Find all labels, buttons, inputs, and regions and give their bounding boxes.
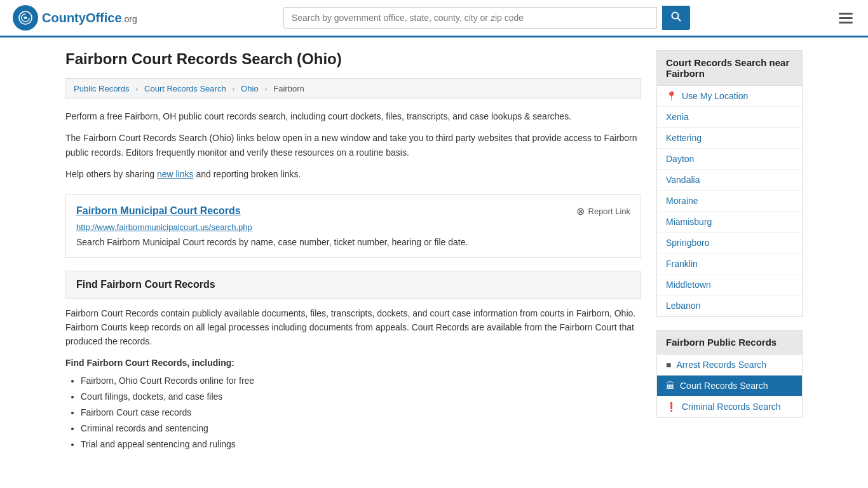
breadcrumb-ohio[interactable]: Ohio bbox=[241, 84, 258, 93]
search-area bbox=[283, 6, 690, 30]
record-link-header: Fairborn Municipal Court Records ⊗ Repor… bbox=[76, 205, 630, 217]
sidebar-court-records-box: Court Records Search near Fairborn 📍 Use… bbox=[656, 50, 803, 317]
section-title: Find Fairborn Court Records bbox=[76, 279, 630, 290]
sidebar-item-springboro[interactable]: Springboro bbox=[657, 233, 802, 254]
menu-line bbox=[839, 13, 853, 15]
kettering-link[interactable]: Kettering bbox=[666, 133, 702, 143]
bullet-item: Criminal records and sentencing bbox=[81, 421, 641, 437]
sidebar-item-moraine[interactable]: Moraine bbox=[657, 191, 802, 212]
breadcrumb-fairborn: Fairborn bbox=[273, 84, 304, 93]
sidebar: Court Records Search near Fairborn 📍 Use… bbox=[656, 50, 803, 453]
lebanon-link[interactable]: Lebanon bbox=[666, 301, 701, 311]
svg-line-2 bbox=[677, 18, 681, 22]
breadcrumb-sep: › bbox=[135, 84, 138, 93]
bullet-item: Fairborn, Ohio Court Records online for … bbox=[81, 373, 641, 389]
sidebar-arrest-records[interactable]: ■ Arrest Records Search bbox=[657, 355, 802, 376]
criminal-icon: ❗ bbox=[666, 402, 677, 412]
bullet-item: Court filings, dockets, and case files bbox=[81, 389, 641, 405]
logo-icon bbox=[13, 5, 38, 30]
sidebar-item-vandalia[interactable]: Vandalia bbox=[657, 170, 802, 191]
report-link-button[interactable]: ⊗ Report Link bbox=[576, 205, 630, 217]
sidebar-item-middletown[interactable]: Middletown bbox=[657, 274, 802, 295]
site-header: CountyOffice.org bbox=[0, 0, 868, 37]
bullet-item: Fairborn Court case records bbox=[81, 405, 641, 421]
sidebar-use-location[interactable]: 📍 Use My Location bbox=[657, 86, 802, 107]
moraine-link[interactable]: Moraine bbox=[666, 196, 698, 206]
sidebar-item-kettering[interactable]: Kettering bbox=[657, 128, 802, 149]
sidebar-criminal-records[interactable]: ❗ Criminal Records Search bbox=[657, 396, 802, 417]
location-pin-icon: 📍 bbox=[666, 91, 677, 101]
bullet-list: Fairborn, Ohio Court Records online for … bbox=[81, 373, 641, 453]
intro-text-1: Perform a free Fairborn, OH public court… bbox=[65, 109, 641, 123]
search-input[interactable] bbox=[283, 7, 657, 29]
breadcrumb-public-records[interactable]: Public Records bbox=[74, 84, 129, 93]
record-description: Search Fairborn Municipal Court records … bbox=[76, 237, 630, 247]
middletown-link[interactable]: Middletown bbox=[666, 280, 711, 290]
criminal-records-link[interactable]: Criminal Records Search bbox=[682, 402, 781, 412]
sidebar-court-records-header: Court Records Search near Fairborn bbox=[657, 51, 802, 86]
intro-text-3: Help others by sharing new links and rep… bbox=[65, 167, 641, 181]
arrest-icon: ■ bbox=[666, 360, 671, 370]
sidebar-item-xenia[interactable]: Xenia bbox=[657, 107, 802, 128]
section-box: Find Fairborn Court Records bbox=[65, 271, 641, 299]
page-title: Fairborn Court Records Search (Ohio) bbox=[65, 50, 641, 68]
sidebar-public-records-box: Fairborn Public Records ■ Arrest Records… bbox=[656, 330, 803, 418]
record-link-box: Fairborn Municipal Court Records ⊗ Repor… bbox=[65, 194, 641, 258]
springboro-link[interactable]: Springboro bbox=[666, 238, 710, 248]
dayton-link[interactable]: Dayton bbox=[666, 154, 694, 164]
breadcrumb-sep: › bbox=[264, 84, 267, 93]
arrest-records-link[interactable]: Arrest Records Search bbox=[676, 360, 766, 370]
bullets-heading: Find Fairborn Court Records, including: bbox=[65, 358, 641, 368]
vandalia-link[interactable]: Vandalia bbox=[666, 175, 700, 185]
breadcrumb-sep: › bbox=[232, 84, 234, 93]
breadcrumb-court-records-search[interactable]: Court Records Search bbox=[144, 84, 226, 93]
xenia-link[interactable]: Xenia bbox=[666, 112, 689, 122]
sidebar-item-miamisburg[interactable]: Miamisburg bbox=[657, 212, 802, 233]
content-area: Fairborn Court Records Search (Ohio) Pub… bbox=[65, 50, 641, 453]
menu-line bbox=[839, 17, 853, 19]
intro-text-2: The Fairborn Court Records Search (Ohio)… bbox=[65, 131, 641, 159]
sidebar-item-franklin[interactable]: Franklin bbox=[657, 254, 802, 274]
record-link-title[interactable]: Fairborn Municipal Court Records bbox=[76, 205, 241, 217]
menu-line bbox=[839, 22, 853, 24]
sidebar-court-records-active[interactable]: 🏛 Court Records Search bbox=[657, 376, 802, 396]
sidebar-item-dayton[interactable]: Dayton bbox=[657, 149, 802, 170]
new-links-link[interactable]: new links bbox=[157, 169, 194, 179]
franklin-link[interactable]: Franklin bbox=[666, 259, 698, 269]
main-container: Fairborn Court Records Search (Ohio) Pub… bbox=[53, 37, 815, 466]
sidebar-public-records-header: Fairborn Public Records bbox=[657, 330, 802, 355]
court-records-link[interactable]: Court Records Search bbox=[680, 381, 768, 391]
breadcrumb: Public Records › Court Records Search › … bbox=[65, 78, 641, 99]
miamisburg-link[interactable]: Miamisburg bbox=[666, 217, 712, 227]
record-url[interactable]: http://www.fairbornmunicipalcourt.us/sea… bbox=[76, 222, 630, 232]
svg-point-1 bbox=[672, 13, 678, 19]
logo[interactable]: CountyOffice.org bbox=[13, 5, 137, 30]
use-my-location-link[interactable]: Use My Location bbox=[682, 91, 748, 101]
hamburger-menu-button[interactable] bbox=[836, 10, 855, 26]
search-button[interactable] bbox=[662, 6, 690, 30]
report-label: Report Link bbox=[588, 207, 630, 216]
sidebar-item-lebanon[interactable]: Lebanon bbox=[657, 295, 802, 316]
report-icon: ⊗ bbox=[576, 205, 585, 217]
section-body-text: Fairborn Court Records contain publicly … bbox=[65, 306, 641, 349]
bullet-item: Trial and appeal sentencing and rulings bbox=[81, 437, 641, 452]
court-icon: 🏛 bbox=[666, 381, 675, 391]
logo-text: CountyOffice.org bbox=[42, 11, 137, 25]
